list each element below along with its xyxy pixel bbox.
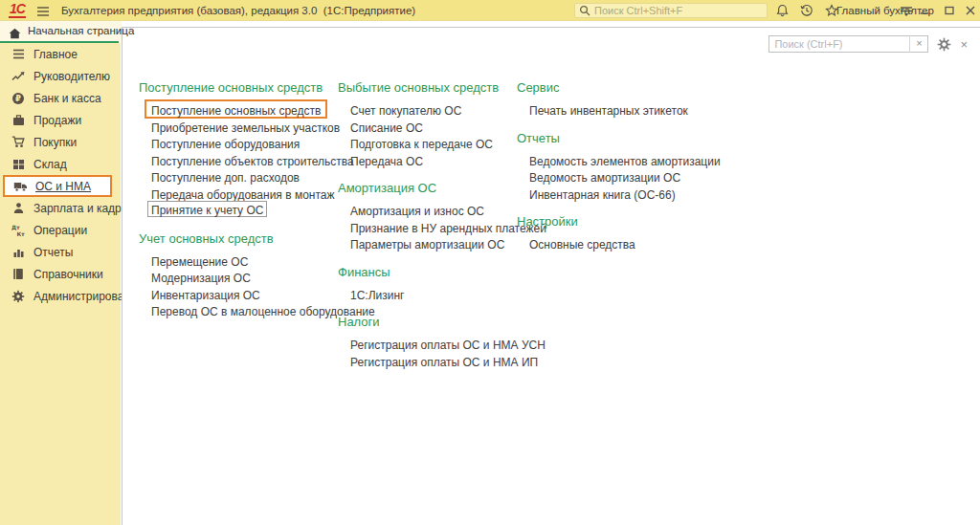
list-item: Ведомость элементов амортизации [529,152,980,169]
menu-link-peredacha-os[interactable]: Передача ОС [350,155,423,168]
sidebar-item-label: Операции [33,224,87,237]
section-search-field[interactable]: × [768,35,928,53]
sidebar-item-operatsii[interactable]: ДтКт Операции [0,219,121,241]
section-finansy: Финансы 1С:Лизинг [338,265,517,303]
list-item: Инвентарная книга (ОС-66) [529,186,980,203]
section-title: Отчеты [517,131,980,146]
menu-link-vedomost-amortizatsii-os[interactable]: Ведомость амортизации ОС [529,171,680,185]
global-search-input[interactable] [594,5,763,16]
ruble-circle-icon: ₽ [11,91,26,106]
panel-close-icon[interactable]: × [960,38,968,51]
menu-link-priobretenie-zemelnyh-uchastkov[interactable]: Приобретение земельных участков [151,121,340,135]
service-menu-icon[interactable] [898,3,915,18]
menu-link-podgotovka-k-peredache-os[interactable]: Подготовка к передаче ОС [350,138,493,151]
person-icon [11,201,26,216]
list-item: Параметры амортизации ОС [350,235,517,252]
section-title: Учет основных средств [139,231,338,247]
panel-settings-gear-icon[interactable] [937,37,951,52]
menu-icon [11,47,26,62]
tab-strip: Начальная страница [0,21,122,43]
search-icon [579,5,590,16]
sidebar-item-sklad[interactable]: Склад [0,153,121,175]
highlight-box: Поступление основных средств [145,99,327,119]
sidebar-item-label: Продажи [33,114,81,127]
menu-link-inventarnaya-kniga-os-6b[interactable]: Инвентарная книга (ОС-66) [529,188,676,202]
list-item: Амортизация и износ ОС [350,202,517,219]
section-nalogi: Налоги Регистрация оплаты ОС и НМА УСН Р… [338,315,517,369]
clear-search-icon[interactable]: × [909,35,927,53]
list-item: Поступление основных средств [151,101,338,119]
list-item: Перевод ОС в малоценное оборудование [151,302,338,319]
notifications-bell-icon[interactable] [773,3,791,18]
menu-link-registratsiya-oplaty-ip[interactable]: Регистрация оплаты ОС и НМА ИП [350,356,538,369]
menu-link-prinyatie-k-uchetu-os[interactable]: Принятие к учету ОС [151,204,263,217]
sidebar-item-rukovoditelyu[interactable]: Руководителю [0,65,121,87]
menu-link-peremeshchenie-os[interactable]: Перемещение ОС [151,255,248,269]
menu-link-vedomost-elementov-amortizatsii[interactable]: Ведомость элементов амортизации [529,155,721,168]
warehouse-blocks-icon [11,157,26,172]
menu-link-1c-lizing[interactable]: 1С:Лизинг [350,289,404,302]
list-item: Признание в НУ арендных платежей [350,219,517,236]
list-item: Модернизация ОС [151,269,338,286]
sidebar-item-label: Отчеты [33,246,73,259]
global-search-field[interactable] [574,3,768,18]
book-icon [11,267,26,282]
menu-link-schet-pokupatelyu-os[interactable]: Счет покупателю ОС [350,104,461,118]
menu-column-2: Выбытие основных средств Счет покупателю… [338,80,517,525]
svg-text:₽: ₽ [15,94,21,103]
sidebar-item-administrirovanie[interactable]: Администрирование [0,285,121,307]
list-item: 1С:Лизинг [350,286,517,303]
section-servis: Сервис Печать инвентарных этикеток [517,80,980,119]
menu-link-inventarizatsiya-os[interactable]: Инвентаризация ОС [151,289,260,302]
section-panel: × × Поступление основных средств Поступл… [122,21,980,525]
sidebar-item-label: Склад [33,158,67,171]
trend-icon [11,69,26,84]
sidebar-item-otchety[interactable]: Отчеты [0,241,121,263]
section-title: Настройки [517,214,980,230]
main-menu-icon[interactable] [36,4,50,21]
section-title: Выбытие основных средств [338,80,517,96]
section-search-input[interactable] [769,38,909,50]
section-title: Налоги [338,315,517,330]
menu-link-spisanie-os[interactable]: Списание ОС [350,121,423,135]
sidebar-item-label: Зарплата и кадры [33,202,129,215]
sidebar-item-spravochniki[interactable]: Справочники [0,263,121,285]
briefcase-icon [11,113,26,128]
focus-box: Принятие к учету ОС [147,201,267,217]
title-bar: 1С Бухгалтерия предприятия (базовая), ре… [0,0,980,21]
svg-text:Дт: Дт [11,225,20,230]
tab-home-page[interactable]: Начальная страница [0,21,119,43]
list-item: Ведомость амортизации ОС [529,168,980,186]
gear-icon [11,289,26,304]
sidebar-item-pokupki[interactable]: Покупки [0,131,121,153]
section-amortizatsiya-os: Амортизация ОС Амортизация и износ ОС Пр… [338,181,517,252]
sidebar-item-prodazhi[interactable]: Продажи [0,109,121,131]
cart-icon [11,135,26,150]
sidebar-item-label: Руководителю [33,70,110,83]
list-item: Передача ОС [350,152,517,169]
maximize-button[interactable] [940,0,959,21]
menu-link-postuplenie-dop-rashodov[interactable]: Поступление доп. расходов [151,171,300,185]
debit-credit-icon: ДтКт [11,223,26,238]
list-item: Счет покупателю ОС [350,101,517,119]
menu-link-postuplenie-oborudovaniya[interactable]: Поступление оборудования [151,138,300,151]
history-clock-icon[interactable] [798,3,815,18]
menu-link-amortizatsiya-i-iznos-os[interactable]: Амортизация и износ ОС [350,205,484,218]
section-title: Поступление основных средств [139,80,338,96]
section-title: Сервис [517,80,980,96]
list-item: Регистрация оплаты ОС и НМА УСН [350,336,517,353]
sidebar-item-zarplata-i-kadry[interactable]: Зарплата и кадры [0,197,121,219]
sidebar-item-bank-i-kassa[interactable]: ₽ Банк и касса [0,87,121,109]
sidebar-item-glavnoe[interactable]: Главное [0,43,121,65]
menu-link-postuplenie-osnovnyh-sredstv[interactable]: Поступление основных средств [151,104,321,118]
menu-link-osnovnye-sredstva[interactable]: Основные средства [529,238,635,252]
close-window-button[interactable] [961,0,980,21]
menu-link-peredacha-oborudovaniya-v-montazh[interactable]: Передача оборудования в монтаж [151,188,335,202]
menu-link-modernizatsiya-os[interactable]: Модернизация ОС [151,272,251,285]
sidebar-item-os-i-nma[interactable]: ОС и НМА [3,175,112,197]
menu-link-pechat-inventarnyh-etiketok[interactable]: Печать инвентарных этикеток [529,104,688,118]
list-item: Списание ОС [350,119,517,136]
minimize-button[interactable] [915,0,934,21]
menu-link-parametry-amortizatsii-os[interactable]: Параметры амортизации ОС [350,238,504,252]
menu-link-postuplenie-obektov-stroitelstva[interactable]: Поступление объектов строительства [151,155,354,168]
